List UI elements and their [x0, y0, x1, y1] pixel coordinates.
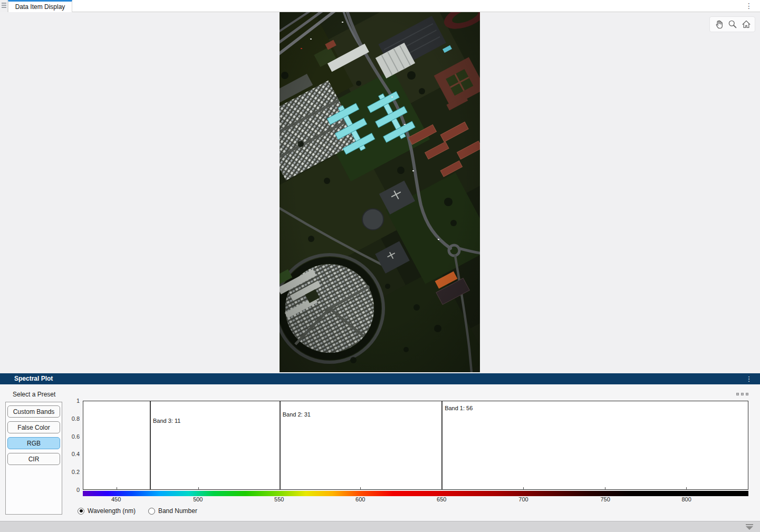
- hamburger-icon[interactable]: [2, 3, 6, 9]
- y-tick-label: 1: [61, 398, 80, 404]
- x-tick-label: 600: [355, 496, 365, 502]
- band-3-marker-line[interactable]: [150, 401, 151, 489]
- x-tick-label: 700: [518, 496, 528, 502]
- band-2-marker-line[interactable]: [280, 401, 281, 489]
- plot-options-handle-icon[interactable]: [736, 393, 748, 395]
- radio-wavelength[interactable]: Wavelength (nm): [78, 507, 136, 515]
- aerial-scene: [280, 12, 480, 372]
- tab-data-item-display[interactable]: Data Item Display: [8, 0, 72, 12]
- tabbar-ellipsis-icon[interactable]: ⋮: [744, 1, 754, 11]
- y-tick-label: 0.4: [61, 451, 80, 457]
- spectral-panel-ellipsis-icon[interactable]: ⋮: [745, 373, 753, 384]
- tab-strip: [0, 0, 8, 12]
- hyperspectral-image[interactable]: [280, 12, 480, 372]
- spectral-plot-title: Spectral Plot: [14, 373, 53, 384]
- status-bar: [0, 521, 760, 532]
- wavelength-colorbar: [83, 491, 748, 496]
- app-window: Data Item Display ⋮: [0, 0, 760, 532]
- tab-bar: Data Item Display ⋮: [0, 0, 760, 12]
- x-tick-label: 800: [681, 496, 691, 502]
- tab-label: Data Item Display: [15, 3, 65, 11]
- collapse-panel-icon[interactable]: [746, 524, 753, 530]
- radio-band-number-label: Band Number: [158, 507, 197, 515]
- y-tick-label: 0.2: [61, 469, 80, 475]
- band-2-label: Band 2: 31: [283, 411, 311, 418]
- y-tick-label: 0.8: [61, 415, 80, 422]
- band-1-label: Band 1: 56: [445, 405, 473, 411]
- preset-custom-bands-button[interactable]: Custom Bands: [7, 405, 60, 418]
- x-tick-label: 500: [193, 496, 203, 502]
- x-axis-mode-group: Wavelength (nm) Band Number: [78, 507, 197, 515]
- preset-section-label: Select a Preset: [13, 391, 55, 398]
- spectral-plot-body: Select a Preset Custom Bands False Color…: [0, 384, 760, 521]
- y-tick-label: 0: [61, 487, 80, 493]
- radio-band-number[interactable]: Band Number: [148, 507, 197, 515]
- radio-unselected-icon: [148, 508, 155, 515]
- x-axis-tick-labels: 450 500 550 600 650 700 750 800: [83, 496, 748, 504]
- preset-cir-button[interactable]: CIR: [7, 453, 60, 465]
- x-tick-label: 550: [274, 496, 284, 502]
- preset-rgb-button[interactable]: RGB: [7, 437, 60, 449]
- x-tick-label: 650: [437, 496, 446, 502]
- spectral-plot-axes[interactable]: Band 3: 11 Band 2: 31 Band 1: 56: [83, 401, 748, 490]
- data-item-display-view: [0, 12, 760, 373]
- preset-false-color-button[interactable]: False Color: [7, 421, 60, 433]
- x-tick-label: 750: [600, 496, 610, 502]
- zoom-magnifier-icon[interactable]: [726, 18, 739, 31]
- pan-hand-icon[interactable]: [712, 18, 725, 31]
- y-tick-label: 0.6: [61, 433, 80, 440]
- preset-button-group: Custom Bands False Color RGB CIR: [5, 402, 62, 515]
- radio-selected-icon: [78, 508, 84, 515]
- spectral-plot-header: Spectral Plot ⋮: [0, 373, 760, 384]
- restore-home-icon[interactable]: [739, 18, 753, 31]
- band-3-label: Band 3: 11: [153, 418, 180, 424]
- axes-toolbar: [709, 16, 755, 32]
- band-1-marker-line[interactable]: [441, 401, 442, 489]
- x-tick-label: 450: [111, 496, 121, 502]
- radio-wavelength-label: Wavelength (nm): [88, 507, 136, 515]
